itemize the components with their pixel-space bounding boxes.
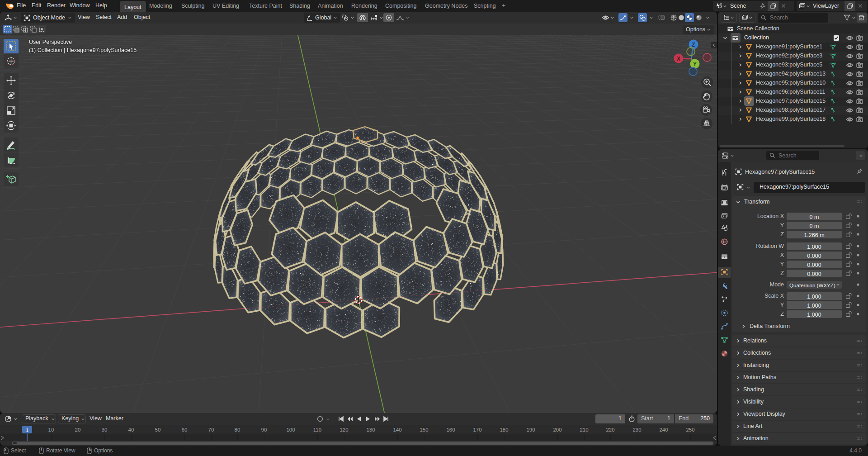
svg-text:X: X [677, 56, 680, 62]
svg-text:Y: Y [693, 61, 697, 67]
svg-text:Z: Z [692, 42, 695, 48]
